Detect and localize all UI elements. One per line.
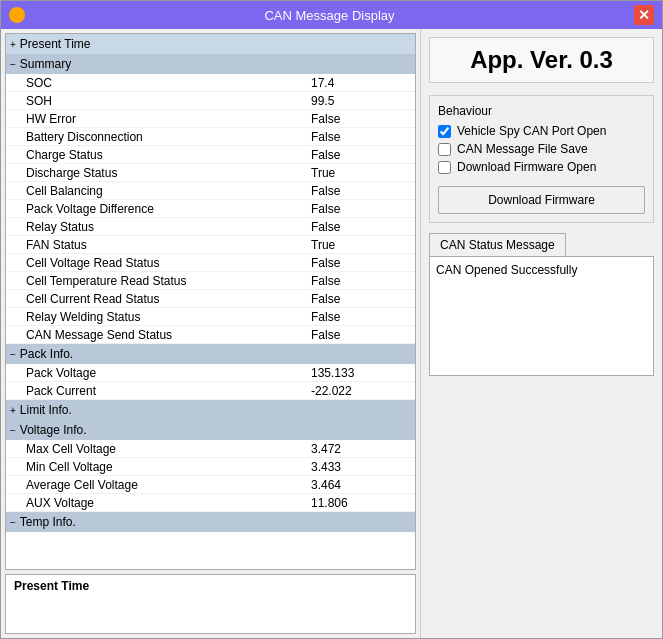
value-cell-temp-read: False — [311, 274, 411, 288]
label-min-cell-voltage: Min Cell Voltage — [10, 460, 311, 474]
label-download-firmware: Download Firmware Open — [457, 160, 596, 174]
value-pack-current: -22.022 — [311, 384, 411, 398]
label-charge-status: Charge Status — [10, 148, 311, 162]
value-aux-voltage: 11.806 — [311, 496, 411, 510]
app-version: App. Ver. 0.3 — [429, 37, 654, 83]
row-relay-welding: Relay Welding Status False — [6, 308, 415, 326]
tree-view[interactable]: + Present Time − Summary SOC 17.4 SOH 99… — [5, 33, 416, 570]
value-pack-voltage-diff: False — [311, 202, 411, 216]
summary-label: Summary — [20, 57, 71, 71]
value-discharge-status: True — [311, 166, 411, 180]
label-soc: SOC — [10, 76, 311, 90]
label-relay-welding: Relay Welding Status — [10, 310, 311, 324]
value-cell-current-read: False — [311, 292, 411, 306]
value-relay-welding: False — [311, 310, 411, 324]
status-bar: Present Time — [5, 574, 416, 634]
value-pack-voltage: 135.133 — [311, 366, 411, 380]
window-icon — [9, 7, 25, 23]
row-battery-disconnection: Battery Disconnection False — [6, 128, 415, 146]
row-cell-current-read: Cell Current Read Status False — [6, 290, 415, 308]
label-soh: SOH — [10, 94, 311, 108]
voltage-info-header[interactable]: − Voltage Info. — [6, 420, 415, 440]
row-cell-balancing: Cell Balancing False — [6, 182, 415, 200]
title-bar: CAN Message Display ✕ — [1, 1, 662, 29]
checkbox-vehicle-spy[interactable] — [438, 125, 451, 138]
expand-icon-present: + — [10, 39, 16, 50]
value-soh: 99.5 — [311, 94, 411, 108]
checkbox-download-firmware[interactable] — [438, 161, 451, 174]
pack-info-label: Pack Info. — [20, 347, 73, 361]
row-soh: SOH 99.5 — [6, 92, 415, 110]
temp-info-header[interactable]: − Temp Info. — [6, 512, 415, 532]
right-panel: App. Ver. 0.3 Behaviour Vehicle Spy CAN … — [421, 29, 662, 638]
checkbox-row-can-message: CAN Message File Save — [438, 142, 645, 156]
left-panel: + Present Time − Summary SOC 17.4 SOH 99… — [1, 29, 421, 638]
voltage-info-label: Voltage Info. — [20, 423, 87, 437]
behaviour-label: Behaviour — [438, 104, 645, 118]
can-status-tab[interactable]: CAN Status Message — [429, 233, 566, 256]
row-fan-status: FAN Status True — [6, 236, 415, 254]
present-time-label: Present Time — [20, 37, 91, 51]
present-time-header[interactable]: + Present Time — [6, 34, 415, 54]
label-can-message-send: CAN Message Send Status — [10, 328, 311, 342]
label-discharge-status: Discharge Status — [10, 166, 311, 180]
value-cell-balancing: False — [311, 184, 411, 198]
label-cell-balancing: Cell Balancing — [10, 184, 311, 198]
expand-icon-pack: − — [10, 349, 16, 360]
label-avg-cell-voltage: Average Cell Voltage — [10, 478, 311, 492]
value-min-cell-voltage: 3.433 — [311, 460, 411, 474]
row-pack-current: Pack Current -22.022 — [6, 382, 415, 400]
value-relay-status: False — [311, 220, 411, 234]
row-soc: SOC 17.4 — [6, 74, 415, 92]
label-cell-temp-read: Cell Temperature Read Status — [10, 274, 311, 288]
label-can-message: CAN Message File Save — [457, 142, 588, 156]
behaviour-group: Behaviour Vehicle Spy CAN Port Open CAN … — [429, 95, 654, 223]
main-content: + Present Time − Summary SOC 17.4 SOH 99… — [1, 29, 662, 638]
label-pack-voltage: Pack Voltage — [10, 366, 311, 380]
label-max-cell-voltage: Max Cell Voltage — [10, 442, 311, 456]
status-bar-label: Present Time — [14, 579, 89, 593]
pack-info-header[interactable]: − Pack Info. — [6, 344, 415, 364]
checkbox-row-vehicle-spy: Vehicle Spy CAN Port Open — [438, 124, 645, 138]
row-relay-status: Relay Status False — [6, 218, 415, 236]
label-pack-voltage-diff: Pack Voltage Difference — [10, 202, 311, 216]
limit-info-header[interactable]: + Limit Info. — [6, 400, 415, 420]
value-avg-cell-voltage: 3.464 — [311, 478, 411, 492]
value-fan-status: True — [311, 238, 411, 252]
row-charge-status: Charge Status False — [6, 146, 415, 164]
main-window: CAN Message Display ✕ + Present Time − S… — [0, 0, 663, 639]
row-pack-voltage-diff: Pack Voltage Difference False — [6, 200, 415, 218]
window-title: CAN Message Display — [25, 8, 634, 23]
row-can-message-send: CAN Message Send Status False — [6, 326, 415, 344]
label-aux-voltage: AUX Voltage — [10, 496, 311, 510]
label-pack-current: Pack Current — [10, 384, 311, 398]
row-cell-voltage-read: Cell Voltage Read Status False — [6, 254, 415, 272]
label-relay-status: Relay Status — [10, 220, 311, 234]
row-avg-cell-voltage: Average Cell Voltage 3.464 — [6, 476, 415, 494]
row-max-cell-voltage: Max Cell Voltage 3.472 — [6, 440, 415, 458]
row-discharge-status: Discharge Status True — [6, 164, 415, 182]
download-firmware-button[interactable]: Download Firmware — [438, 186, 645, 214]
expand-icon-summary: − — [10, 59, 16, 70]
value-hw-error: False — [311, 112, 411, 126]
value-battery-disconnection: False — [311, 130, 411, 144]
label-fan-status: FAN Status — [10, 238, 311, 252]
label-cell-voltage-read: Cell Voltage Read Status — [10, 256, 311, 270]
value-charge-status: False — [311, 148, 411, 162]
label-hw-error: HW Error — [10, 112, 311, 126]
expand-icon-voltage: − — [10, 425, 16, 436]
value-max-cell-voltage: 3.472 — [311, 442, 411, 456]
label-battery-disconnection: Battery Disconnection — [10, 130, 311, 144]
checkbox-row-download-firmware: Download Firmware Open — [438, 160, 645, 174]
expand-icon-limit: + — [10, 405, 16, 416]
row-hw-error: HW Error False — [6, 110, 415, 128]
row-pack-voltage: Pack Voltage 135.133 — [6, 364, 415, 382]
close-button[interactable]: ✕ — [634, 5, 654, 25]
expand-icon-temp: − — [10, 517, 16, 528]
summary-header[interactable]: − Summary — [6, 54, 415, 74]
can-status-tab-container: CAN Status Message CAN Opened Successful… — [429, 233, 654, 376]
value-cell-voltage-read: False — [311, 256, 411, 270]
value-can-message-send: False — [311, 328, 411, 342]
label-cell-current-read: Cell Current Read Status — [10, 292, 311, 306]
checkbox-can-message[interactable] — [438, 143, 451, 156]
